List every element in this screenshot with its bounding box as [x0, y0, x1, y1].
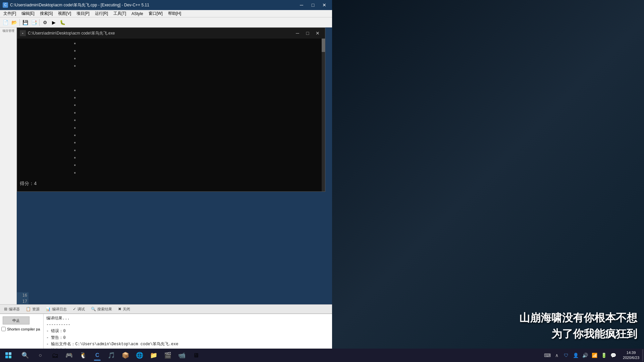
menu-file[interactable]: 文件[F] — [1, 10, 18, 17]
tab-compiler[interactable]: ⊞ 编译器 — [1, 305, 22, 313]
search-results-label: 搜索结果 — [97, 307, 112, 312]
menu-search[interactable]: 搜索[S] — [38, 10, 55, 17]
taskbar-app-video[interactable]: 📹 — [175, 349, 189, 361]
taskbar-app-files[interactable]: 📁 — [147, 349, 160, 361]
console-title-btns: ─ □ ✕ — [293, 29, 322, 37]
line-content-16[interactable] — [29, 292, 332, 298]
left-panel: 项目管理 — [0, 27, 17, 304]
system-clock[interactable]: 14:39 2020/6/23 — [620, 350, 642, 361]
console-title-bar: ▪ C:\Users\admin\Desktop\acm code\笨鸟先飞.e… — [17, 28, 325, 39]
editor-code-area[interactable]: 16 17 — [17, 292, 332, 304]
network-icon[interactable]: 📶 — [590, 351, 599, 360]
editor-area[interactable]: ▪ C:\Users\admin\Desktop\acm code\笨鸟先飞.e… — [17, 27, 332, 304]
save-all-btn[interactable]: 📑 — [30, 18, 38, 26]
start-button[interactable] — [0, 349, 17, 362]
battery-icon[interactable]: 🔋 — [599, 351, 608, 360]
editor-line-16: 16 — [17, 292, 332, 298]
toolbar-sep-1 — [19, 19, 20, 26]
system-tray: ⌨ ∧ 🛡 👤 🔊 📶 🔋 💬 — [540, 351, 620, 360]
menu-help[interactable]: 帮助[H] — [166, 10, 183, 17]
console-body[interactable]: * * * * * * * * * * * * — [17, 39, 325, 191]
menu-project[interactable]: 项目[P] — [74, 10, 92, 17]
toolbar-sep-2 — [39, 19, 40, 26]
close-tab-label: 关闭 — [123, 307, 130, 312]
taskbar-app-desktop[interactable]: 🖥 — [189, 349, 203, 361]
taskbar-app-game[interactable]: 🎮 — [62, 349, 76, 361]
keyboard-icon[interactable]: ⌨ — [543, 351, 552, 360]
open-file-btn[interactable]: 📂 — [10, 18, 18, 26]
notification-icon[interactable]: 💬 — [609, 351, 618, 360]
taskbar-app-chrome[interactable]: 🌐 — [133, 349, 146, 361]
compiler-left-panel: 中止 Shorten compiler pa — [0, 314, 44, 351]
menu-view[interactable]: 视图[V] — [56, 10, 73, 17]
taskbar-apps: 🗂 🎮 🐧 C 🎵 📦 🌐 📁 🎬 📹 🖥 — [47, 349, 540, 361]
console-stars-group1: * * * * — [20, 41, 322, 71]
tab-debug[interactable]: ✓ 调试 — [70, 305, 88, 313]
music-icon: 🎵 — [108, 352, 115, 359]
close-tab-icon: ✖ — [118, 307, 121, 311]
debug-btn[interactable]: 🐛 — [58, 18, 66, 26]
menu-run[interactable]: 运行[R] — [93, 10, 110, 17]
taskbar-app-package[interactable]: 📦 — [119, 349, 132, 361]
toolbar: 📄 📂 💾 📑 ⚙ ▶ 🐛 — [0, 17, 332, 27]
console-minimize-btn[interactable]: ─ — [293, 29, 302, 37]
run-btn[interactable]: ▶ — [50, 18, 58, 26]
compiler-tab-icon: ⊞ — [4, 307, 7, 311]
tab-resources[interactable]: 📋 资源 — [23, 305, 42, 313]
taskbar-app-media[interactable]: 🎬 — [161, 349, 174, 361]
console-close-btn[interactable]: ✕ — [313, 29, 322, 37]
files-icon: 📁 — [150, 352, 157, 359]
stop-button[interactable]: 中止 — [3, 316, 30, 324]
menu-tools[interactable]: 工具[T] — [111, 10, 128, 17]
compile-log-icon: 📊 — [46, 307, 51, 311]
desktop-icon: 🖥 — [193, 352, 199, 359]
console-title-text: C:\Users\admin\Desktop\acm code\笨鸟先飞.exe — [28, 31, 291, 36]
console-scrollbar[interactable] — [322, 39, 325, 191]
clock-date: 2020/6/23 — [623, 355, 639, 360]
menu-astyle[interactable]: AStyle — [129, 11, 145, 17]
main-area: 项目管理 ▪ C:\Users\admin\Desktop\acm code\笨… — [0, 27, 332, 304]
line-content-17[interactable] — [29, 298, 332, 304]
show-desktop-btn[interactable] — [642, 349, 643, 361]
tab-compile-log[interactable]: 📊 编译日志 — [43, 305, 69, 313]
compiler-output: 中止 Shorten compiler pa 编译结果... ---------… — [0, 314, 332, 354]
new-file-btn[interactable]: 📄 — [1, 18, 9, 26]
tab-close[interactable]: ✖ 关闭 — [115, 305, 133, 313]
volume-icon[interactable]: 🔊 — [581, 351, 589, 360]
user-icon[interactable]: 👤 — [571, 351, 580, 360]
title-bar-text: C:\Users\admin\Desktop\acm code\笨鸟先飞.cpp… — [10, 2, 294, 8]
video-text-line2: 为了你我能疯狂到 — [519, 326, 637, 342]
resources-tab-label: 资源 — [32, 307, 40, 312]
compile-btn[interactable]: ⚙ — [41, 18, 49, 26]
console-scrollbar-thumb — [322, 39, 325, 52]
taskbar-search-btn[interactable]: 🔍 — [17, 349, 34, 362]
console-window: ▪ C:\Users\admin\Desktop\acm code\笨鸟先飞.e… — [17, 27, 325, 192]
devcpp-taskbar-icon: C — [95, 352, 99, 358]
console-maximize-btn[interactable]: □ — [303, 29, 312, 37]
minimize-button[interactable]: ─ — [297, 2, 307, 8]
taskbar-app-explorer[interactable]: 🗂 — [48, 349, 62, 361]
devcpp-icon: C — [3, 2, 8, 8]
taskbar-app-devcpp[interactable]: C — [91, 349, 104, 361]
shorten-compiler-path-row: Shorten compiler pa — [1, 327, 42, 331]
compiler-content: 中止 Shorten compiler pa 编译结果... ---------… — [0, 314, 332, 351]
maximize-button[interactable]: □ — [308, 2, 318, 8]
shorten-compiler-checkbox[interactable] — [1, 327, 6, 331]
taskbar-app-qq[interactable]: 🐧 — [76, 349, 90, 361]
compiler-tab-label: 编译器 — [9, 307, 20, 312]
package-icon: 📦 — [122, 352, 129, 359]
taskbar-app-music[interactable]: 🎵 — [105, 349, 118, 361]
windows-logo-icon — [5, 352, 11, 358]
compiler-text-area[interactable]: 编译结果... ---------- - 错误：0 - 警告：0 - 输出文件名… — [44, 314, 332, 351]
save-btn[interactable]: 💾 — [21, 18, 29, 26]
game-icon: 🎮 — [65, 352, 73, 359]
close-button[interactable]: ✕ — [319, 2, 329, 8]
compile-warnings: - 警告：0 — [46, 335, 329, 341]
menu-edit[interactable]: 编辑[E] — [19, 10, 37, 17]
clock-time: 14:39 — [627, 350, 636, 355]
taskbar-task-view[interactable]: ○ — [34, 349, 47, 361]
shield-icon[interactable]: 🛡 — [562, 351, 571, 360]
menu-window[interactable]: 窗口[W] — [147, 10, 165, 17]
tab-search-results[interactable]: 🔍 搜索结果 — [88, 305, 115, 313]
hidden-icons-btn[interactable]: ∧ — [552, 351, 561, 360]
